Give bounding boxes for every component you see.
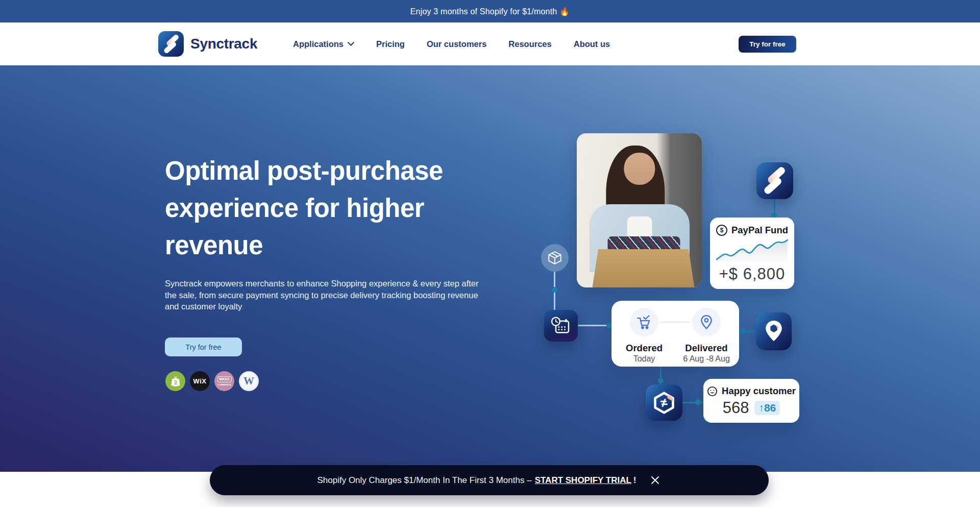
happy-customer-title: Happy customer	[722, 385, 796, 397]
calendar-app-icon	[544, 310, 578, 342]
delivery-pin-icon	[700, 315, 713, 330]
header-try-for-free-button[interactable]: Try for free	[739, 36, 796, 53]
delivered-label: Delivered	[674, 343, 739, 354]
happy-customer-stats: 568 ↑86	[703, 399, 799, 417]
woo-label: WOO	[217, 376, 232, 382]
smiley-icon	[707, 386, 718, 397]
nav-pricing-label: Pricing	[376, 39, 405, 49]
customer-delta-badge: ↑86	[754, 401, 780, 415]
order-timeline-card: Ordered Delivered Today 6 Aug -8 Aug	[611, 301, 739, 367]
woocommerce-icon: WOO COMMERCE	[214, 371, 234, 391]
hexagon-bolt-icon	[652, 391, 676, 415]
connector-dot	[658, 378, 664, 383]
package-badge	[541, 244, 569, 272]
paypal-sparkline-chart	[715, 238, 789, 265]
site-header: Synctrack Applications Pricing Our custo…	[0, 22, 980, 65]
bottom-promo-text: Shopify Only Charges $1/Month In The Fir…	[317, 475, 531, 486]
calendar-clock-icon	[550, 316, 572, 336]
wordpress-label: W	[243, 375, 254, 388]
bottom-promo-suffix: !	[633, 475, 636, 486]
happy-customer-card: Happy customer 568 ↑86	[703, 379, 799, 423]
top-promo-banner: Enjoy 3 months of Shopify for $1/month 🔥	[0, 0, 980, 22]
main-nav: Applications Pricing Our customers Resou…	[293, 22, 610, 65]
dollar-coin-icon: $	[716, 225, 727, 236]
brand-name: Synctrack	[190, 36, 257, 52]
start-shopify-trial-link[interactable]: START SHOPIFY TRIAL	[535, 475, 631, 486]
tracking-pin-app-icon	[756, 312, 792, 350]
hero-photo	[577, 133, 702, 287]
sync-cube-app-icon	[646, 384, 682, 421]
hero-try-for-free-button[interactable]: Try for free	[165, 337, 242, 356]
photo-person-face	[624, 153, 655, 185]
bottom-promo-banner: Shopify Only Charges $1/Month In The Fir…	[210, 465, 769, 495]
hero-section: Optimal post-purchase experience for hig…	[0, 65, 980, 472]
happy-customer-header: Happy customer	[703, 385, 799, 397]
package-icon	[546, 250, 564, 266]
wix-label: WiX	[193, 377, 207, 385]
timeline-divider-line	[660, 322, 690, 323]
customer-count: 568	[723, 399, 749, 417]
shopify-bag-glyph	[170, 376, 181, 387]
hero-title: Optimal post-purchase experience for hig…	[165, 152, 497, 264]
nav-resources-label: Resources	[508, 39, 551, 49]
nav-applications-label: Applications	[293, 39, 344, 49]
connector-dot	[740, 328, 746, 334]
paypal-card-title: PayPal Fund	[731, 225, 788, 236]
commerce-label: COMMERCE	[217, 383, 231, 386]
wix-icon: WiX	[190, 371, 210, 391]
nav-pricing[interactable]: Pricing	[376, 39, 405, 49]
nav-about-us[interactable]: About us	[574, 39, 610, 49]
top-promo-text: Enjoy 3 months of Shopify for $1/month 🔥	[410, 7, 570, 16]
sparkline-svg	[715, 238, 789, 265]
chevron-down-icon	[348, 42, 354, 46]
connector-dot	[695, 399, 701, 405]
location-pin-icon	[762, 319, 786, 344]
shopify-icon	[165, 371, 185, 391]
platform-badges: WiX WOO COMMERCE W	[165, 371, 259, 391]
ordered-label: Ordered	[611, 343, 677, 354]
nav-about-us-label: About us	[574, 39, 610, 49]
synctrack-logo-icon	[158, 31, 184, 57]
paypal-amount: +$ 6,800	[710, 265, 794, 283]
wordpress-icon: W	[239, 371, 259, 391]
cart-check-icon	[636, 315, 652, 329]
cart-icon-circle	[630, 308, 658, 336]
paypal-fund-card: $ PayPal Fund +$ 6,800	[710, 218, 794, 289]
ordered-value: Today	[611, 354, 677, 364]
nav-applications[interactable]: Applications	[293, 39, 354, 49]
nav-our-customers-label: Our customers	[427, 39, 486, 49]
nav-our-customers[interactable]: Our customers	[427, 39, 486, 49]
brand-logo[interactable]: Synctrack	[158, 31, 257, 57]
close-icon	[651, 476, 659, 485]
delivered-value: 6 Aug -8 Aug	[674, 354, 739, 364]
photo-cardboard-box	[592, 249, 695, 288]
connector-dot	[552, 287, 557, 293]
paypal-card-header: $ PayPal Fund	[710, 225, 794, 236]
synctrack-app-icon	[756, 162, 793, 199]
hero-description: Synctrack empowers merchants to enhance …	[165, 278, 489, 312]
pin-icon-circle	[692, 308, 721, 336]
nav-resources[interactable]: Resources	[508, 39, 551, 49]
close-banner-button[interactable]	[649, 474, 662, 487]
